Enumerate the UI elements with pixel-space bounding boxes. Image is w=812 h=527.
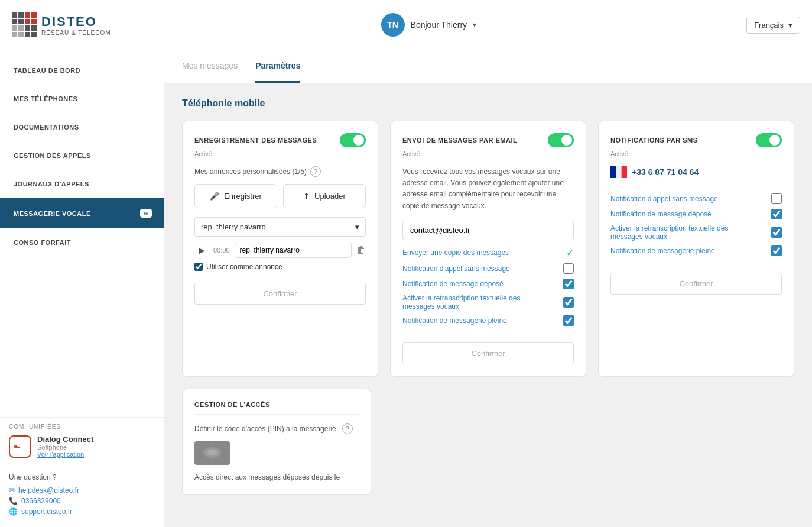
- user-avatar: TN: [381, 13, 405, 37]
- access-description: Accès direct aux messages déposés depuis…: [194, 472, 359, 483]
- card-gestion-acces: GESTION DE L'ACCÈS Définir le code d'acc…: [182, 389, 371, 495]
- footer-website[interactable]: 🌐 support.disteo.fr: [9, 507, 155, 516]
- check-appel-checkbox[interactable]: [563, 263, 574, 274]
- email-icon: ✉: [9, 486, 15, 494]
- svg-rect-0: [610, 166, 616, 178]
- phone-number: +33 6 87 71 04 64: [632, 167, 699, 177]
- card2-toggle-slider: [548, 133, 574, 147]
- card2-status: Activé: [402, 150, 574, 157]
- check-appel-label: Notification d'appel sans message: [402, 264, 510, 273]
- upload-icon: ⬆: [303, 192, 310, 201]
- card1-toggle[interactable]: [340, 133, 366, 147]
- sidebar-nav: TABLEAU DE BORD MES TÉLÉPHONES DOCUMENTA…: [0, 50, 164, 411]
- annonces-help-icon[interactable]: ?: [310, 166, 321, 177]
- play-button[interactable]: ▶: [194, 243, 209, 257]
- check-retranscription-checkbox[interactable]: [563, 297, 574, 308]
- sms-check-appel-checkbox[interactable]: [771, 193, 782, 204]
- sidebar-item-mes-telephones[interactable]: MES TÉLÉPHONES: [0, 85, 164, 113]
- audio-row: ▶ 00:00 🗑: [194, 243, 366, 258]
- check-pleine-label: Notification de messagerie pleine: [402, 316, 507, 325]
- sms-check-row-appel: Notification d'appel sans message: [610, 193, 782, 204]
- annonce-select[interactable]: rep_thierry navarro ▾: [194, 217, 366, 237]
- svg-point-5: [207, 450, 217, 455]
- dialog-connect-title: Dialog Connect: [37, 435, 93, 444]
- sidebar-item-tableau-de-bord[interactable]: TABLEAU DE BORD: [0, 56, 164, 85]
- gestion-acces-title: GESTION DE L'ACCÈS: [194, 401, 359, 415]
- logo-area: DISTEO RÉSEAU & TÉLÉCOM: [12, 12, 111, 37]
- uploader-button[interactable]: ⬆ Uploader: [283, 184, 366, 208]
- use-announce-checkbox[interactable]: [194, 263, 203, 271]
- sidebar-footer: Une question ? ✉ helpdesk@disteo.fr 📞 03…: [0, 464, 164, 527]
- check-row-appel: Notification d'appel sans message: [402, 263, 574, 274]
- section-title: Téléphonie mobile: [182, 98, 794, 109]
- sidebar-item-journaux-dappels[interactable]: JOURNAUX D'APPELS: [0, 170, 164, 198]
- messagerie-badge: ∞: [140, 209, 152, 218]
- card2-toggle[interactable]: [548, 133, 574, 147]
- check-depose-checkbox[interactable]: [563, 279, 574, 289]
- sidebar-item-gestion-des-appels[interactable]: GESTION DES APPELS: [0, 141, 164, 170]
- sms-check-depose-checkbox[interactable]: [771, 209, 782, 219]
- card2-confirm-button[interactable]: Confirmer: [402, 342, 574, 364]
- sidebar-item-messagerie-vocale[interactable]: MESSAGERIE VOCALE ∞: [0, 198, 164, 228]
- svg-rect-1: [616, 166, 621, 178]
- cards-row: ENREGISTREMENT DES MESSAGES Activé Mes a…: [182, 121, 794, 377]
- footer-phone[interactable]: 📞 0366329000: [9, 497, 155, 505]
- sms-check-appel-label: Notification d'appel sans message: [610, 195, 718, 203]
- com-unifiees-label: COM. UNIFIÉES: [9, 423, 155, 430]
- sms-check-depose-label: Notification de message déposé: [610, 210, 712, 218]
- fingerprint-icon: [196, 442, 229, 463]
- audio-time: 00:00: [213, 247, 230, 254]
- card2-header: ENVOI DE MESSAGES PAR EMAIL: [402, 133, 574, 147]
- enregistrer-button[interactable]: 🎤 Enregistrer: [194, 184, 277, 208]
- com-unifiees-section: COM. UNIFIÉES Dialog Connect Softphone V…: [0, 417, 164, 464]
- language-selector[interactable]: Français ▾: [746, 17, 800, 34]
- logo-text: DISTEO RÉSEAU & TÉLÉCOM: [41, 14, 111, 36]
- phone-number-row: +33 6 87 71 04 64: [610, 166, 782, 178]
- sidebar-item-conso-forfait[interactable]: CONSO FORFAIT: [0, 228, 164, 257]
- check-depose-label: Notification de message déposé: [402, 280, 504, 288]
- logo-grid: [12, 12, 37, 37]
- sms-check-retranscription-checkbox[interactable]: [771, 227, 782, 238]
- card3-confirm-button[interactable]: Confirmer: [610, 273, 782, 295]
- user-greeting: Bonjour Thierry: [411, 20, 467, 30]
- card-email: ENVOI DE MESSAGES PAR EMAIL Activé Vous …: [390, 121, 586, 377]
- svg-rect-2: [622, 166, 627, 178]
- sidebar-item-documentations[interactable]: DOCUMENTATIONS: [0, 113, 164, 141]
- content-body: Téléphonie mobile ENREGISTREMENT DES MES…: [164, 83, 812, 510]
- user-menu[interactable]: TN Bonjour Thierry ▾: [381, 13, 476, 37]
- phone-icon: 📞: [9, 497, 18, 505]
- record-buttons: 🎤 Enregistrer ⬆ Uploader: [194, 184, 366, 208]
- content-header: Mes messages Paramètres: [164, 50, 812, 83]
- dialog-connect-icon: [9, 435, 31, 458]
- audio-name-input[interactable]: [235, 243, 352, 258]
- check-row-copy: Envoyer une copie des messages ✓: [402, 247, 574, 258]
- mic-icon: 🎤: [210, 192, 219, 201]
- french-flag-icon: [610, 166, 627, 178]
- card1-confirm-button[interactable]: Confirmer: [194, 283, 366, 305]
- footer-question: Une question ?: [9, 473, 155, 481]
- card3-status: Activé: [610, 150, 782, 157]
- email-input[interactable]: [402, 221, 574, 240]
- card1-header: ENREGISTREMENT DES MESSAGES: [194, 133, 366, 147]
- card1-status: Activé: [194, 150, 366, 157]
- delete-audio-button[interactable]: 🗑: [356, 245, 366, 256]
- card-sms: NOTIFICATIONS PAR SMS Activé: [598, 121, 794, 377]
- card3-toggle[interactable]: [756, 133, 782, 147]
- language-chevron-icon: ▾: [788, 21, 792, 30]
- dialog-connect-app[interactable]: Dialog Connect Softphone Voir l'applicat…: [9, 435, 155, 458]
- check-pleine-checkbox[interactable]: [563, 315, 574, 326]
- tab-parametres[interactable]: Paramètres: [255, 50, 300, 83]
- sms-check-pleine-checkbox[interactable]: [771, 245, 782, 256]
- footer-email[interactable]: ✉ helpdesk@disteo.fr: [9, 486, 155, 494]
- dialog-connect-link[interactable]: Voir l'application: [37, 451, 93, 458]
- card-enregistrement: ENREGISTREMENT DES MESSAGES Activé Mes a…: [182, 121, 378, 377]
- tab-mes-messages[interactable]: Mes messages: [182, 50, 238, 83]
- pin-label: Définir le code d'accès (PIN) à la messa…: [194, 425, 336, 433]
- dialog-connect-info: Dialog Connect Softphone Voir l'applicat…: [37, 435, 93, 458]
- check-row-depose: Notification de message déposé: [402, 279, 574, 289]
- globe-icon: 🌐: [9, 507, 18, 516]
- pin-image-row: [194, 441, 359, 465]
- pin-help-icon[interactable]: ?: [342, 423, 353, 434]
- pin-image: [194, 441, 230, 465]
- card1-toggle-slider: [340, 133, 366, 147]
